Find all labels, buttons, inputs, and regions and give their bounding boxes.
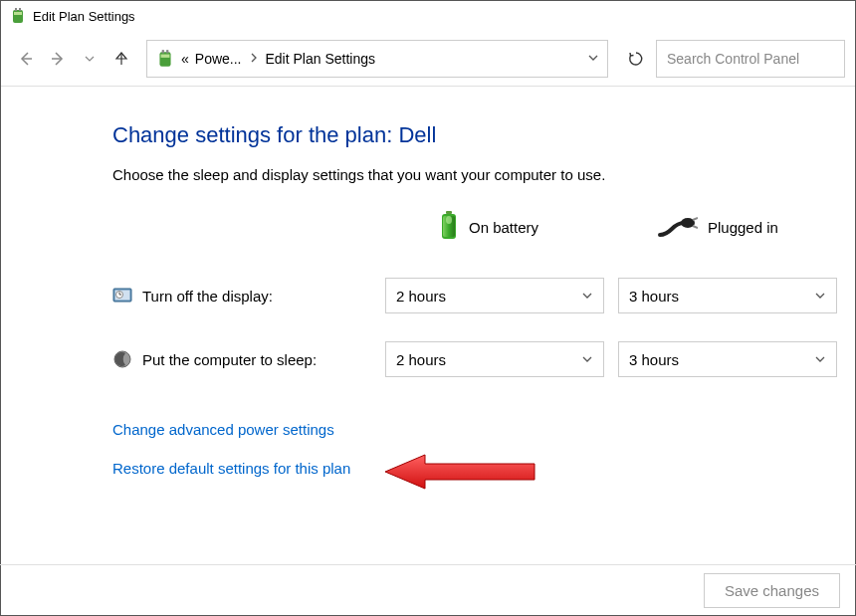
main-content: Change settings for the plan: Dell Choos…	[1, 87, 855, 477]
recent-dropdown-button[interactable]	[75, 44, 105, 74]
svg-line-16	[693, 218, 698, 220]
row-display-label: Turn off the display:	[112, 286, 371, 306]
chevron-down-icon	[581, 351, 593, 368]
svg-rect-8	[162, 50, 164, 53]
search-input[interactable]	[667, 51, 834, 67]
advanced-settings-link[interactable]: Change advanced power settings	[112, 421, 855, 438]
column-plugged-label: Plugged in	[708, 219, 778, 236]
forward-button[interactable]	[43, 44, 73, 74]
display-battery-value: 2 hours	[396, 288, 446, 305]
moon-icon	[112, 349, 132, 369]
breadcrumb[interactable]: « Powe... Edit Plan Settings	[146, 40, 608, 78]
display-plugged-value: 3 hours	[629, 288, 679, 305]
sleep-battery-value: 2 hours	[396, 351, 446, 368]
column-header-plugged: Plugged in	[618, 215, 837, 246]
refresh-button[interactable]	[618, 41, 654, 77]
chevron-down-icon	[581, 288, 593, 305]
column-battery-label: On battery	[469, 219, 538, 236]
svg-rect-9	[166, 50, 168, 53]
restore-defaults-link[interactable]: Restore default settings for this plan	[112, 460, 855, 477]
svg-rect-10	[161, 54, 170, 57]
toolbar: « Powe... Edit Plan Settings	[1, 31, 855, 87]
chevron-down-icon	[814, 288, 826, 305]
svg-rect-11	[446, 211, 452, 214]
breadcrumb-item-power[interactable]: Powe...	[195, 51, 242, 67]
links-section: Change advanced power settings Restore d…	[112, 421, 855, 477]
sleep-plugged-dropdown[interactable]: 3 hours	[618, 341, 837, 377]
chevron-down-icon[interactable]	[587, 51, 599, 67]
svg-point-14	[446, 216, 452, 224]
settings-grid: On battery Plugged in	[112, 211, 855, 377]
battery-icon	[439, 211, 459, 244]
up-button[interactable]	[107, 44, 136, 74]
page-description: Choose the sleep and display settings th…	[112, 166, 855, 183]
sleep-plugged-value: 3 hours	[629, 351, 679, 368]
search-box[interactable]	[656, 40, 845, 78]
window-title: Edit Plan Settings	[33, 9, 135, 24]
power-options-icon	[155, 49, 175, 69]
row-sleep-label: Put the computer to sleep:	[112, 349, 371, 369]
svg-line-17	[693, 226, 698, 228]
page-title: Change settings for the plan: Dell	[112, 122, 855, 148]
chevron-right-icon[interactable]	[248, 52, 260, 66]
chevron-down-icon	[814, 351, 826, 368]
column-header-battery: On battery	[385, 211, 604, 250]
row-display-text: Turn off the display:	[142, 288, 273, 305]
row-sleep-text: Put the computer to sleep:	[142, 351, 317, 368]
bottom-bar: Save changes	[0, 564, 856, 616]
sleep-battery-dropdown[interactable]: 2 hours	[385, 341, 604, 377]
monitor-icon	[112, 286, 132, 306]
svg-rect-3	[14, 12, 22, 15]
plug-icon	[658, 215, 698, 240]
svg-rect-0	[13, 10, 23, 23]
display-battery-dropdown[interactable]: 2 hours	[385, 278, 604, 313]
back-button[interactable]	[11, 44, 41, 74]
power-options-icon	[9, 7, 27, 25]
breadcrumb-prefix: «	[181, 51, 189, 67]
svg-rect-2	[19, 8, 21, 11]
save-changes-button[interactable]: Save changes	[704, 573, 840, 608]
titlebar: Edit Plan Settings	[1, 1, 855, 31]
svg-rect-7	[159, 52, 170, 66]
display-plugged-dropdown[interactable]: 3 hours	[618, 278, 837, 313]
breadcrumb-item-edit-plan[interactable]: Edit Plan Settings	[266, 51, 376, 67]
svg-rect-1	[15, 8, 17, 11]
